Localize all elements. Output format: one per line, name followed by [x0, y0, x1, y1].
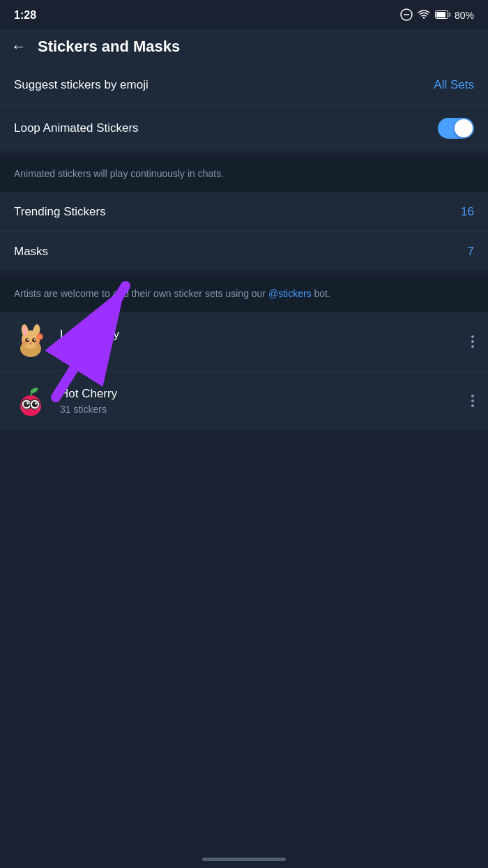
sticker-count-hotcherry: 31 stickers	[60, 404, 468, 415]
trending-stickers-count: 16	[461, 205, 474, 219]
status-time: 1:28	[14, 9, 36, 22]
toolbar: ← Stickers and Masks	[0, 29, 488, 66]
svg-point-24	[35, 402, 37, 404]
masks-count: 7	[468, 245, 474, 259]
masks-label: Masks	[14, 245, 48, 259]
loop-description-text: Animated stickers will play continuously…	[14, 168, 224, 179]
battery-icon	[435, 10, 450, 21]
trending-stickers-row[interactable]: Trending Stickers 16	[0, 192, 488, 232]
loop-animated-label: Loop Animated Stickers	[14, 121, 139, 135]
svg-rect-3	[436, 12, 445, 17]
more-options-lola[interactable]	[468, 333, 477, 351]
artists-info-text: are welcome to add their own sticker set…	[41, 288, 266, 299]
stickers-link[interactable]: @stickers	[268, 288, 312, 299]
svg-point-17	[38, 335, 42, 339]
sticker-info-hotcherry: Hot Cherry 31 stickers	[60, 387, 468, 415]
more-dot	[471, 399, 474, 402]
more-dot	[471, 345, 474, 348]
more-options-hotcherry[interactable]	[468, 392, 477, 410]
battery-percent: 80%	[455, 10, 474, 21]
status-icons: 80%	[400, 8, 474, 23]
sticker-name-hotcherry: Hot Cherry	[60, 387, 468, 401]
svg-point-14	[22, 340, 27, 346]
home-indicator	[202, 858, 286, 861]
artists-suffix: bot.	[312, 288, 330, 299]
loop-animated-toggle[interactable]	[438, 118, 474, 139]
masks-row[interactable]: Masks 7	[0, 232, 488, 271]
sticker-thumbnail-lola	[11, 322, 50, 361]
artists-prefix: Artists	[14, 288, 41, 299]
svg-point-12	[34, 339, 36, 340]
sticker-set-item[interactable]: Lola Bunny 20 stickers	[0, 312, 488, 372]
svg-point-13	[29, 342, 32, 344]
trending-stickers-label: Trending Stickers	[14, 205, 106, 219]
sticker-sets-section: Lola Bunny 20 stickers	[0, 312, 488, 430]
suggest-stickers-row[interactable]: Suggest stickers by emoji All Sets	[0, 66, 488, 105]
artists-section: Artists are welcome to add their own sti…	[0, 277, 488, 312]
page-title: Stickers and Masks	[38, 38, 180, 56]
svg-point-23	[26, 402, 29, 404]
loop-description-section: Animated stickers will play continuously…	[0, 157, 488, 192]
suggest-stickers-label: Suggest stickers by emoji	[14, 78, 148, 92]
more-dot	[471, 395, 474, 397]
svg-point-27	[36, 405, 41, 411]
do-not-disturb-icon	[400, 8, 413, 23]
toggle-knob	[455, 119, 473, 137]
artists-text: Artists are welcome to add their own sti…	[14, 288, 330, 299]
sticker-name-lola: Lola Bunny	[60, 328, 468, 342]
sticker-count-lola: 20 stickers	[60, 344, 468, 356]
svg-point-15	[34, 340, 40, 346]
suggest-stickers-value: All Sets	[434, 78, 474, 92]
svg-point-11	[27, 339, 29, 340]
svg-point-26	[20, 405, 26, 411]
more-dot	[471, 335, 474, 338]
loop-animated-row[interactable]: Loop Animated Stickers	[0, 105, 488, 151]
wifi-icon	[417, 9, 431, 22]
stickers-settings-section: Suggest stickers by emoji All Sets Loop …	[0, 66, 488, 151]
more-dot	[471, 404, 474, 407]
sticker-set-item[interactable]: Hot Cherry 31 stickers	[0, 372, 488, 430]
sticker-thumbnail-hotcherry	[11, 381, 50, 420]
more-dot	[471, 340, 474, 343]
trending-masks-section: Trending Stickers 16 Masks 7	[0, 192, 488, 271]
sticker-info-lola: Lola Bunny 20 stickers	[60, 328, 468, 356]
back-button[interactable]: ←	[11, 39, 26, 54]
status-bar: 1:28 80%	[0, 0, 488, 29]
